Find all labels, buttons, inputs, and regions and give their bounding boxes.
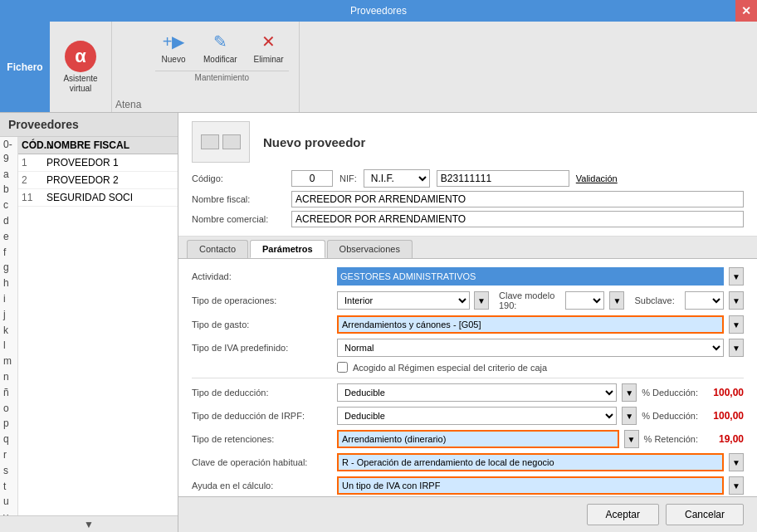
- pct-deduccion-label: % Deducción:: [642, 388, 698, 398]
- tab-parametros[interactable]: Parámetros: [250, 240, 325, 258]
- actividad-dropdown[interactable]: ▼: [729, 267, 744, 286]
- nif-type-select[interactable]: N.I.F.: [364, 169, 430, 188]
- providers-header: CÓD... NOMBRE FISCAL: [18, 137, 178, 154]
- alpha-item-v[interactable]: v: [0, 510, 17, 515]
- ribbon: Fichero α Asistente virtual Atena +▶ Nue…: [0, 22, 757, 113]
- tipo-retenciones-dropdown[interactable]: ▼: [624, 430, 639, 448]
- actividad-control: GESTORES ADMINISTRATIVOS ▼: [337, 267, 744, 286]
- alpha-item-q[interactable]: q: [0, 432, 17, 447]
- atena-label: Atena: [112, 22, 145, 112]
- alpha-item-t[interactable]: t: [0, 479, 17, 495]
- main-form: Nuevo proveedor Código: NIF: N.I.F. Vali…: [178, 113, 757, 532]
- tipo-iva-dropdown[interactable]: ▼: [729, 339, 744, 357]
- nombre-fiscal-label: Nombre fiscal:: [192, 194, 291, 204]
- nombre-comercial-input[interactable]: [291, 211, 744, 227]
- modificar-button[interactable]: ✎ Modificar: [198, 25, 242, 67]
- sidebar-body: 0-9abcdefghijklmnñopqrstuvwxyz CÓD... NO…: [0, 137, 178, 515]
- tipo-deduccion-select[interactable]: Deducible: [337, 383, 617, 402]
- tipo-operaciones-dropdown[interactable]: ▼: [474, 291, 489, 310]
- title-bar: Proveedores ✕: [0, 0, 757, 22]
- alpha-item-b[interactable]: b: [0, 182, 17, 198]
- clave-modelo-label: Clave modelo 190:: [499, 290, 555, 310]
- alpha-item-c[interactable]: c: [0, 198, 17, 213]
- aceptar-button[interactable]: Aceptar: [587, 504, 659, 525]
- clave-operacion-dropdown[interactable]: ▼: [729, 453, 744, 471]
- subclave-select[interactable]: [685, 291, 724, 310]
- alpha-item-g[interactable]: g: [0, 260, 17, 276]
- tipo-operaciones-select[interactable]: Interior: [337, 291, 470, 310]
- alpha-item-a[interactable]: a: [0, 167, 17, 183]
- ayuda-calculo-value: Un tipo de IVA con IRPF: [337, 476, 724, 495]
- table-row[interactable]: 11SEGURIDAD SOCI: [18, 189, 178, 207]
- alpha-item-p[interactable]: p: [0, 416, 17, 432]
- codigo-label: Código:: [192, 173, 291, 183]
- alpha-item-r[interactable]: r: [0, 447, 17, 463]
- cancelar-button[interactable]: Cancelar: [666, 504, 744, 525]
- alpha-item-n[interactable]: n: [0, 369, 17, 385]
- alpha-item-l[interactable]: l: [0, 338, 17, 354]
- nuevo-button[interactable]: +▶ Nuevo: [155, 25, 192, 67]
- col-cod-header: CÓD...: [22, 139, 46, 151]
- tipo-deduccion-row: Tipo de deducción: Deducible ▼ % Deducci…: [192, 383, 744, 402]
- subclave-label: Subclave:: [634, 295, 674, 305]
- alpha-item-h[interactable]: h: [0, 276, 17, 291]
- alpha-item-k[interactable]: k: [0, 323, 17, 339]
- ayuda-calculo-row: Ayuda en el cálculo: Un tipo de IVA con …: [192, 476, 744, 495]
- alpha-item-o[interactable]: o: [0, 401, 17, 417]
- tipo-gasto-dropdown[interactable]: ▼: [729, 315, 744, 334]
- table-row[interactable]: 2PROVEEDOR 2: [18, 172, 178, 189]
- alpha-item-0-9[interactable]: 0-9: [0, 137, 17, 167]
- acogido-label: Acogido al Régimen especial del criterio…: [353, 363, 547, 373]
- actividad-row: Actividad: GESTORES ADMINISTRATIVOS ▼: [192, 267, 744, 286]
- tipo-retenciones-row: Tipo de retenciones: Arrendamiento (dine…: [192, 430, 744, 448]
- alpha-item-f[interactable]: f: [0, 245, 17, 261]
- fichero-menu[interactable]: Fichero: [0, 22, 50, 112]
- alpha-item-u[interactable]: u: [0, 494, 17, 510]
- clave-modelo-dropdown[interactable]: ▼: [609, 291, 624, 310]
- alpha-item-s[interactable]: s: [0, 463, 17, 479]
- close-button[interactable]: ✕: [735, 0, 757, 22]
- pct-deduccion2-value: 100,00: [706, 410, 744, 422]
- col-nombre-header: NOMBRE FISCAL: [46, 139, 174, 151]
- modificar-icon: ✎: [207, 28, 233, 55]
- sidebar-scroll-down[interactable]: ▼: [0, 515, 178, 532]
- alpha-item-m[interactable]: m: [0, 354, 17, 369]
- tab-observaciones[interactable]: Observaciones: [327, 240, 413, 258]
- alpha-item-i[interactable]: i: [0, 291, 17, 307]
- clave-modelo-select[interactable]: [565, 291, 604, 310]
- eliminar-button[interactable]: ✕ Eliminar: [249, 25, 289, 67]
- codigo-row: Código: NIF: N.I.F. Validación: [192, 169, 744, 188]
- validacion-link[interactable]: Validación: [576, 173, 618, 183]
- bottom-bar: Aceptar Cancelar: [178, 496, 757, 532]
- alpha-item-d[interactable]: d: [0, 213, 17, 229]
- tipo-operaciones-row: Tipo de operaciones: Interior ▼ Clave mo…: [192, 290, 744, 310]
- tipo-deduccion-irpf-dropdown[interactable]: ▼: [622, 407, 637, 425]
- tab-contacto[interactable]: Contacto: [187, 240, 248, 258]
- content-area: Proveedores 0-9abcdefghijklmnñopqrstuvwx…: [0, 113, 757, 532]
- tipo-retenciones-label: Tipo de retenciones:: [192, 434, 337, 444]
- nombre-fiscal-input[interactable]: [291, 191, 744, 207]
- tipo-deduccion-label: Tipo de deducción:: [192, 388, 337, 398]
- pct-retencion-label: % Retención:: [644, 434, 698, 444]
- alpha-item-ñ[interactable]: ñ: [0, 385, 17, 401]
- asistente-button[interactable]: α Asistente virtual: [50, 22, 112, 112]
- acogido-checkbox[interactable]: [337, 362, 348, 373]
- tipo-deduccion-dropdown[interactable]: ▼: [622, 383, 637, 402]
- table-row[interactable]: 1PROVEEDOR 1: [18, 154, 178, 172]
- alpha-item-j[interactable]: j: [0, 307, 17, 323]
- ayuda-calculo-dropdown[interactable]: ▼: [729, 476, 744, 495]
- tipo-gasto-value: Arrendamientos y cánones - [G05]: [337, 315, 724, 334]
- alpha-item-e[interactable]: e: [0, 229, 17, 245]
- tipo-deduccion-irpf-select[interactable]: Deducible: [337, 407, 617, 425]
- pct-deduccion2-label: % Deducción:: [642, 411, 698, 421]
- codigo-input[interactable]: [291, 170, 333, 187]
- tipo-iva-label: Tipo de IVA predefinido:: [192, 343, 337, 353]
- subclave-dropdown[interactable]: ▼: [729, 291, 744, 310]
- mantenimiento-section: +▶ Nuevo ✎ Modificar ✕ Eliminar Mantenim…: [145, 22, 300, 112]
- tipo-iva-select[interactable]: Normal: [337, 339, 724, 357]
- form-header: Nuevo proveedor Código: NIF: N.I.F. Vali…: [178, 113, 757, 237]
- tipo-iva-row: Tipo de IVA predefinido: Normal ▼: [192, 339, 744, 357]
- nif-value-input[interactable]: [437, 170, 569, 187]
- nuevo-icon: +▶: [160, 28, 187, 55]
- tab-content-parametros: Actividad: GESTORES ADMINISTRATIVOS ▼ Ti…: [178, 259, 757, 496]
